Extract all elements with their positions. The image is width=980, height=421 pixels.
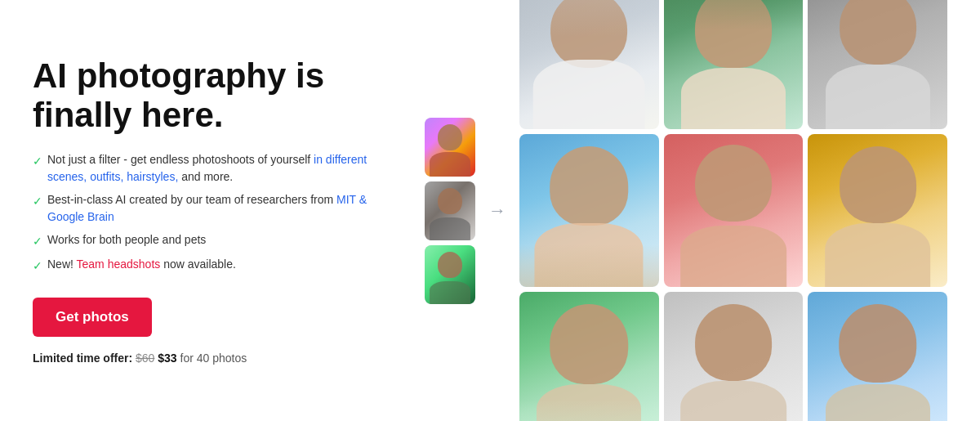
offer-text: Limited time offer: $60 $33 for 40 photo… (33, 352, 392, 365)
feature-text-2: Best-in-class AI created by our team of … (47, 191, 392, 226)
highlight-blue-2: MIT & Google Brain (47, 193, 367, 223)
feature-item-1: ✓ Not just a filter - get endless photos… (33, 151, 392, 186)
right-panel: → (425, 0, 947, 421)
feature-item-3: ✓ Works for both people and pets (33, 231, 392, 250)
output-photo-3 (808, 0, 947, 129)
offer-label: Limited time offer: (33, 352, 132, 365)
input-photo-1 (425, 118, 475, 177)
feature-item-2: ✓ Best-in-class AI created by our team o… (33, 191, 392, 226)
output-photo-1 (519, 0, 659, 129)
feature-item-4: ✓ New! Team headshots now available. (33, 256, 392, 275)
highlight-blue-1: in different scenes, outfits, hairstyles… (47, 153, 367, 183)
check-icon-3: ✓ (33, 233, 42, 250)
output-photo-9 (808, 292, 947, 421)
check-icon-2: ✓ (33, 193, 42, 210)
page-headline: AI photography is finally here. (33, 56, 392, 136)
feature-text-1: Not just a filter - get endless photosho… (47, 151, 392, 186)
feature-text-3: Works for both people and pets (47, 231, 206, 249)
output-photo-7 (519, 292, 659, 421)
output-photo-2 (664, 0, 804, 129)
check-icon-1: ✓ (33, 153, 42, 170)
photos-count: for 40 photos (180, 352, 247, 365)
get-photos-button[interactable]: Get photos (33, 298, 152, 337)
output-photo-6 (808, 134, 947, 288)
feature-text-4: New! Team headshots now available. (47, 256, 236, 273)
input-photos-column (425, 118, 475, 304)
check-icon-4: ✓ (33, 258, 42, 275)
transform-arrow-icon: → (488, 200, 506, 222)
features-list: ✓ Not just a filter - get endless photos… (33, 151, 392, 275)
input-photo-3 (425, 245, 475, 304)
highlight-red-1: Team headshots (77, 258, 161, 271)
page-container: AI photography is finally here. ✓ Not ju… (0, 0, 980, 421)
input-photo-sim-1 (425, 118, 475, 177)
output-photo-5 (664, 134, 804, 288)
output-photo-8 (664, 292, 804, 421)
input-photo-2 (425, 181, 475, 240)
input-photo-sim-3 (425, 245, 475, 304)
output-photos-grid (519, 0, 947, 421)
original-price: $60 (136, 352, 154, 365)
input-photo-sim-2 (425, 181, 475, 240)
new-price: $33 (158, 352, 176, 365)
output-photo-4 (519, 134, 659, 288)
left-panel: AI photography is finally here. ✓ Not ju… (33, 56, 425, 365)
